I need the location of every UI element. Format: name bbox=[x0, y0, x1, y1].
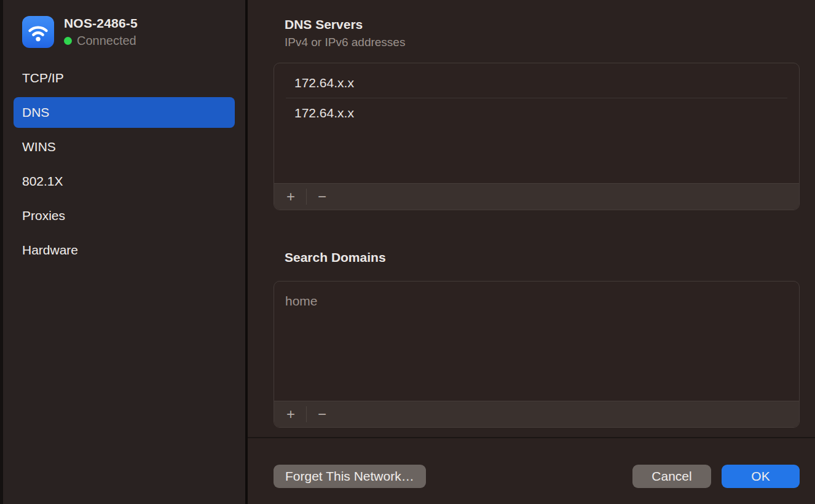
sidebar-item-proxies[interactable]: Proxies bbox=[14, 200, 235, 231]
search-domain-entry[interactable]: home bbox=[274, 286, 799, 316]
dns-pane: DNS Servers IPv4 or IPv6 addresses 172.6… bbox=[248, 0, 815, 504]
network-header: NOS-2486-5 Connected bbox=[3, 16, 245, 48]
sidebar-item-dns[interactable]: DNS bbox=[14, 97, 235, 128]
footer-bar: Forget This Network… Cancel OK bbox=[274, 465, 800, 488]
search-domains-list-footer: + − bbox=[274, 401, 799, 427]
network-info: NOS-2486-5 Connected bbox=[64, 16, 138, 48]
add-search-domain-button[interactable]: + bbox=[279, 405, 302, 423]
search-domains-section: Search Domains home + − bbox=[274, 250, 800, 428]
remove-search-domain-button[interactable]: − bbox=[310, 405, 334, 423]
sidebar-item-8021x[interactable]: 802.1X bbox=[14, 166, 235, 197]
dns-server-entry[interactable]: 172.64.x.x bbox=[274, 98, 799, 128]
button-separator bbox=[306, 189, 307, 205]
dns-servers-title: DNS Servers bbox=[285, 17, 800, 32]
dns-servers-list: 172.64.x.x 172.64.x.x + − bbox=[274, 63, 800, 210]
dns-servers-list-footer: + − bbox=[274, 183, 799, 210]
add-dns-server-button[interactable]: + bbox=[279, 187, 302, 206]
search-domains-rows: home bbox=[274, 282, 799, 401]
sidebar-item-hardware[interactable]: Hardware bbox=[14, 235, 235, 266]
network-details-window: NOS-2486-5 Connected TCP/IP DNS WINS 802… bbox=[0, 0, 815, 504]
button-separator bbox=[306, 406, 307, 422]
cancel-button[interactable]: Cancel bbox=[632, 465, 711, 488]
forget-network-button[interactable]: Forget This Network… bbox=[274, 465, 426, 488]
dns-servers-rows: 172.64.x.x 172.64.x.x bbox=[274, 63, 799, 183]
sidebar-nav: TCP/IP DNS WINS 802.1X Proxies Hardware bbox=[3, 63, 245, 266]
network-status: Connected bbox=[64, 34, 138, 48]
remove-dns-server-button[interactable]: − bbox=[310, 187, 334, 206]
dns-servers-section: DNS Servers IPv4 or IPv6 addresses 172.6… bbox=[274, 17, 800, 210]
connected-status-label: Connected bbox=[77, 34, 136, 48]
sidebar-item-tcpip[interactable]: TCP/IP bbox=[14, 63, 235, 93]
search-domains-list: home + − bbox=[274, 281, 800, 428]
ok-button[interactable]: OK bbox=[722, 465, 800, 488]
footer-divider bbox=[248, 437, 815, 438]
sidebar-item-wins[interactable]: WINS bbox=[14, 132, 235, 162]
sidebar: NOS-2486-5 Connected TCP/IP DNS WINS 802… bbox=[3, 0, 245, 504]
connected-status-dot bbox=[64, 37, 72, 45]
network-name: NOS-2486-5 bbox=[64, 16, 138, 31]
search-domains-title: Search Domains bbox=[285, 250, 800, 265]
dns-servers-subtitle: IPv4 or IPv6 addresses bbox=[285, 36, 800, 49]
dns-server-entry[interactable]: 172.64.x.x bbox=[274, 68, 799, 98]
wifi-icon bbox=[22, 16, 54, 48]
